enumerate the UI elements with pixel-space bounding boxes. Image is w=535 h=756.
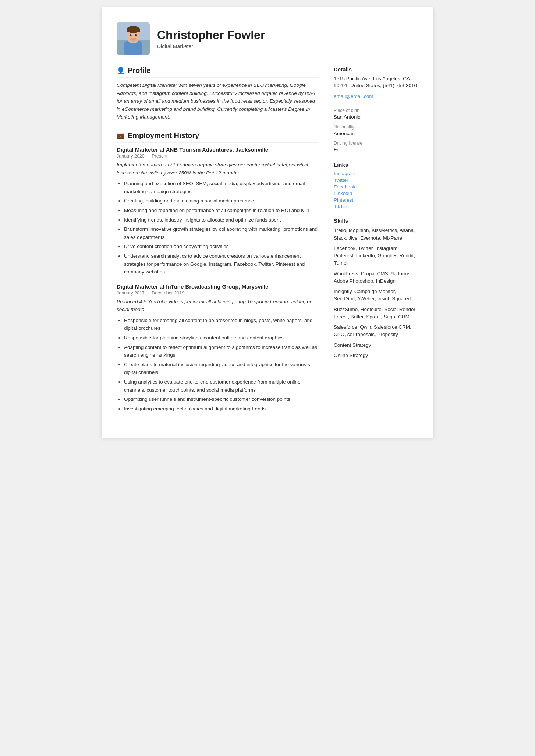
place-of-birth: San Antonio bbox=[334, 114, 418, 121]
job-1-summary: Implemented numerous SEO-driven organic … bbox=[117, 161, 319, 177]
list-item: Brainstorm innovative growth strategies … bbox=[124, 225, 319, 241]
sidebar: Details 1515 Pacific Ave, Los Angeles, C… bbox=[334, 66, 418, 423]
job-2-summary: Produced 4-5 YouTube videos per week all… bbox=[117, 298, 319, 314]
link-facebook[interactable]: Facebook bbox=[334, 184, 418, 190]
skill-3: WordPress, Drupal CMS Platforms, Adobe P… bbox=[334, 270, 418, 285]
resume-container: Christopher Fowler Digital Marketer 👤 Pr… bbox=[102, 7, 433, 438]
job-1-dates: January 2020 — Present bbox=[117, 153, 319, 159]
job-2-title: Digital Marketer at InTune Broadcasting … bbox=[117, 283, 319, 290]
list-item: Optimizing user funnels and instrument-s… bbox=[124, 395, 319, 403]
link-tiktok[interactable]: TikTok bbox=[334, 204, 418, 209]
body-layout: 👤 Profile Competent Digital Marketer wit… bbox=[117, 66, 418, 423]
profile-text: Competent Digital Marketer with seven ye… bbox=[117, 81, 319, 121]
profile-section: 👤 Profile Competent Digital Marketer wit… bbox=[117, 66, 319, 121]
skill-1: Trello, Mopinion, KissMetrics, Asana, Sl… bbox=[334, 227, 418, 242]
skills-section: Skills Trello, Mopinion, KissMetrics, As… bbox=[334, 218, 418, 359]
list-item: Creating, building and maintaining a soc… bbox=[124, 197, 319, 205]
svg-rect-6 bbox=[127, 29, 140, 32]
place-of-birth-label: Place of birth bbox=[334, 108, 418, 113]
skill-7: Content Strategy bbox=[334, 342, 418, 349]
list-item: Responsible for planning storylines, con… bbox=[124, 334, 319, 342]
skills-title: Skills bbox=[334, 218, 418, 224]
nationality-label: Nationality bbox=[334, 124, 418, 130]
email: email@email.com bbox=[334, 93, 418, 100]
list-item: Using analytics to evaluate end-to-end c… bbox=[124, 378, 319, 394]
main-column: 👤 Profile Competent Digital Marketer wit… bbox=[117, 66, 319, 423]
svg-point-8 bbox=[135, 34, 137, 36]
employment-title: 💼 Employment History bbox=[117, 131, 319, 143]
details-section: Details 1515 Pacific Ave, Los Angeles, C… bbox=[334, 66, 418, 153]
employment-section: 💼 Employment History Digital Marketer at… bbox=[117, 131, 319, 413]
profile-title: 👤 Profile bbox=[117, 66, 319, 78]
candidate-title: Digital Marketer bbox=[157, 43, 265, 49]
skill-8: Online Strategy bbox=[334, 352, 418, 359]
driving-license: Full bbox=[334, 146, 418, 153]
list-item: Create plans to material inclusion regar… bbox=[124, 361, 319, 377]
svg-point-7 bbox=[130, 34, 132, 36]
divider bbox=[334, 104, 418, 104]
skill-4: Insightly, Campaign Monitor, SendGrid, A… bbox=[334, 288, 418, 303]
skill-2: Facebook, Twitter, Instagram, Pinterest,… bbox=[334, 245, 418, 267]
list-item: Adapting content to reflect optimum alig… bbox=[124, 343, 319, 359]
list-item: Responsible for creating all content to … bbox=[124, 317, 319, 332]
avatar bbox=[117, 22, 150, 55]
link-instagram[interactable]: Instagram bbox=[334, 171, 418, 176]
job-1: Digital Marketer at ANB Tourism Adventur… bbox=[117, 146, 319, 276]
header-section: Christopher Fowler Digital Marketer bbox=[117, 22, 418, 55]
profile-icon: 👤 bbox=[117, 67, 125, 75]
list-item: Understand search analytics to advice co… bbox=[124, 252, 319, 276]
skill-5: BuzzSumo, Hootsuite, Social Render Fores… bbox=[334, 306, 418, 321]
skill-6: Salesforce, Qwilr, Salesforce CRM, CPQ, … bbox=[334, 324, 418, 339]
job-1-bullets: Planning and execution of SEO, SEM, soci… bbox=[117, 180, 319, 276]
list-item: Measuring and reporting on performance o… bbox=[124, 206, 319, 215]
link-twitter[interactable]: Twitter bbox=[334, 177, 418, 183]
job-1-title: Digital Marketer at ANB Tourism Adventur… bbox=[117, 146, 319, 153]
link-linkedin[interactable]: Linkedin bbox=[334, 191, 418, 196]
list-item: Investigating emerging technologies and … bbox=[124, 405, 319, 413]
list-item: Identifying trends, industry insights to… bbox=[124, 216, 319, 224]
job-2: Digital Marketer at InTune Broadcasting … bbox=[117, 283, 319, 413]
svg-point-9 bbox=[130, 38, 137, 42]
candidate-name: Christopher Fowler bbox=[157, 28, 265, 42]
header-text: Christopher Fowler Digital Marketer bbox=[157, 28, 265, 49]
job-2-dates: January 2017 — December 2019 bbox=[117, 290, 319, 296]
links-title: Links bbox=[334, 162, 418, 168]
job-2-bullets: Responsible for creating all content to … bbox=[117, 317, 319, 413]
list-item: Planning and execution of SEO, SEM, soci… bbox=[124, 180, 319, 195]
nationality: American bbox=[334, 130, 418, 137]
driving-license-label: Driving license bbox=[334, 141, 418, 146]
employment-icon: 💼 bbox=[117, 131, 125, 139]
address: 1515 Pacific Ave, Los Angeles, CA 90291,… bbox=[334, 75, 418, 89]
link-pinterest[interactable]: Pinterest bbox=[334, 197, 418, 203]
details-title: Details bbox=[334, 66, 418, 73]
links-section: Links Instagram Twitter Facebook Linkedi… bbox=[334, 162, 418, 209]
list-item: Drive content creation and copywriting a… bbox=[124, 243, 319, 251]
